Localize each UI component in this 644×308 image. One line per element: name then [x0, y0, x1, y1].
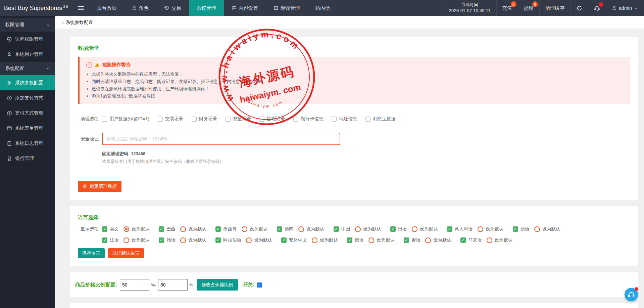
- checkbox-icon[interactable]: [293, 117, 298, 122]
- set-default-radio[interactable]: [246, 237, 252, 243]
- nav-item-dashboard[interactable]: 后台首页: [89, 0, 124, 16]
- cleanup-option-finance-records[interactable]: 财务记录: [192, 116, 217, 122]
- set-default-radio[interactable]: [123, 237, 129, 243]
- language-option[interactable]: 俄语设为默认: [347, 237, 395, 243]
- set-default-radio[interactable]: [180, 237, 186, 243]
- sidebar-item-access-permission[interactable]: 访问权限管理: [0, 32, 55, 47]
- checkbox-checked-icon[interactable]: [390, 226, 396, 232]
- set-default-radio[interactable]: [478, 226, 483, 232]
- floating-support-button[interactable]: [625, 288, 638, 301]
- checkbox-icon[interactable]: [332, 117, 337, 122]
- save-language-button[interactable]: 保存语言: [78, 248, 105, 258]
- yen-circle-icon: [7, 111, 12, 116]
- recharge-button[interactable]: 充值 0: [496, 0, 518, 16]
- cleanup-option-address-info[interactable]: 地址信息: [332, 116, 357, 122]
- security-password-input[interactable]: [102, 133, 340, 145]
- checkbox-checked-icon[interactable]: [447, 226, 452, 232]
- app-logo[interactable]: Best Buy Superstores 3.0: [0, 0, 73, 16]
- sidebar-item-system-params[interactable]: 系统参数配置: [0, 75, 55, 90]
- set-default-radio[interactable]: [368, 237, 374, 243]
- nav-item-translation[interactable]: 翻译管理: [266, 0, 308, 16]
- set-default-radio[interactable]: [180, 226, 186, 232]
- user-menu[interactable]: admin: [606, 0, 644, 16]
- menu-toggle-icon[interactable]: [73, 0, 89, 16]
- support-button[interactable]: [588, 0, 606, 16]
- checkbox-checked-icon[interactable]: [159, 226, 164, 232]
- sidebar-item-menu-management[interactable]: 系统菜单管理: [0, 121, 55, 136]
- checkbox-checked-icon[interactable]: [460, 237, 466, 243]
- nav-item-roles[interactable]: 角色: [124, 0, 156, 16]
- set-default-radio[interactable]: [487, 237, 492, 243]
- cleanup-option-withdraw-records[interactable]: 提现记录: [259, 116, 285, 122]
- language-option[interactable]: 日语设为默认: [390, 226, 438, 232]
- set-default-radio[interactable]: [412, 226, 417, 232]
- price-max-input[interactable]: [158, 279, 188, 291]
- price-min-input[interactable]: [120, 279, 149, 291]
- cleanup-option-bank-card-info[interactable]: 银行卡信息: [293, 116, 324, 122]
- language-option[interactable]: 巴西设为默认: [159, 226, 206, 232]
- set-default-radio[interactable]: [355, 226, 361, 232]
- language-option[interactable]: 中国设为默认: [334, 226, 381, 232]
- nav-item-site-messages[interactable]: 站内信: [308, 0, 338, 16]
- checkbox-icon[interactable]: [259, 117, 264, 122]
- sidebar-group-permissions[interactable]: 权限管理: [0, 18, 55, 32]
- language-option[interactable]: 马来语设为默认: [460, 237, 513, 243]
- cleanup-option-interest-data[interactable]: 利息宝数据: [365, 116, 396, 122]
- checkbox-checked-icon[interactable]: [404, 237, 409, 243]
- checkbox-icon[interactable]: [192, 117, 197, 122]
- set-default-radio[interactable]: [123, 226, 129, 232]
- checkbox-icon[interactable]: [365, 117, 370, 122]
- language-option[interactable]: 英文设为默认: [102, 226, 150, 232]
- language-option[interactable]: 繁体中文设为默认: [281, 237, 338, 243]
- withdraw-button[interactable]: 提现 0: [518, 0, 539, 16]
- language-option[interactable]: 越南设为默认: [277, 226, 325, 232]
- set-default-radio[interactable]: [312, 237, 317, 243]
- cleanup-option-trade-records[interactable]: 交易记录: [158, 116, 183, 122]
- sidebar-item-label: 银行管理: [15, 156, 34, 162]
- checkbox-checked-icon[interactable]: [102, 237, 107, 243]
- checkbox-checked-icon[interactable]: [347, 237, 352, 243]
- checkbox-checked-icon[interactable]: [277, 226, 282, 232]
- checkbox-checked-icon[interactable]: [334, 226, 339, 232]
- sidebar-item-log-management[interactable]: 系统日志管理: [0, 136, 55, 151]
- checkbox-checked-icon[interactable]: [159, 237, 164, 243]
- modify-ratio-button[interactable]: 修改占余额比例: [197, 279, 238, 291]
- checkbox-icon[interactable]: [158, 117, 163, 122]
- nav-item-system-management[interactable]: 系统管理: [189, 0, 224, 16]
- sidebar-item-add-payment[interactable]: 添加支付方式: [0, 90, 55, 105]
- set-default-radio[interactable]: [242, 226, 247, 232]
- language-option[interactable]: 阿拉伯语设为默认: [215, 237, 272, 243]
- set-default-radio[interactable]: [425, 237, 431, 243]
- sidebar-item-label: 支付方式管理: [15, 110, 43, 116]
- checkbox-checked-icon[interactable]: [215, 226, 221, 232]
- checkbox-checked-icon[interactable]: [281, 237, 287, 243]
- nav-item-content-settings[interactable]: 内容设置: [224, 0, 266, 16]
- language-option[interactable]: 法语设为默认: [102, 237, 150, 243]
- sidebar-item-payment-management[interactable]: 支付方式管理: [0, 105, 55, 121]
- refresh-button[interactable]: [571, 0, 588, 16]
- checkbox-icon[interactable]: [226, 117, 231, 122]
- checkbox-icon[interactable]: [102, 117, 107, 122]
- nav-item-trade[interactable]: 交易: [156, 0, 189, 16]
- language-option[interactable]: 德语设为默认: [513, 226, 560, 232]
- language-option[interactable]: 泰语设为默认: [404, 237, 451, 243]
- cancel-default-language-button[interactable]: 取消默认语言: [108, 248, 144, 258]
- cleanup-option-user-data[interactable]: 用户数据(保留ID=1): [102, 116, 149, 122]
- clear-cache-button[interactable]: 清理缓存: [539, 0, 571, 16]
- set-default-radio[interactable]: [298, 226, 304, 232]
- sidebar-group-system-config[interactable]: 系统配置: [0, 62, 55, 75]
- language-option[interactable]: 墨西哥设为默认: [215, 226, 268, 232]
- sidebar-item-bank-management[interactable]: 银行管理: [0, 151, 55, 166]
- checkbox-checked-icon[interactable]: [102, 226, 107, 232]
- checkbox-checked-icon[interactable]: [215, 237, 221, 243]
- warning-bullet: 建议仅在测试环境或数据维护时使用，生产环境请谨慎操作！: [92, 85, 624, 93]
- cleanup-option-recharge-records[interactable]: 充值记录: [226, 116, 251, 122]
- switch-checkbox[interactable]: [257, 282, 262, 288]
- sidebar-item-system-users[interactable]: 系统用户管理: [0, 47, 55, 62]
- set-default-radio[interactable]: [534, 226, 540, 232]
- breadcrumb-symbol: »: [61, 20, 63, 25]
- language-option[interactable]: 意大利语设为默认: [447, 226, 504, 232]
- confirm-cleanup-button[interactable]: 确定清理数据: [78, 181, 121, 192]
- checkbox-checked-icon[interactable]: [513, 226, 518, 232]
- language-option[interactable]: 韩语设为默认: [159, 237, 206, 243]
